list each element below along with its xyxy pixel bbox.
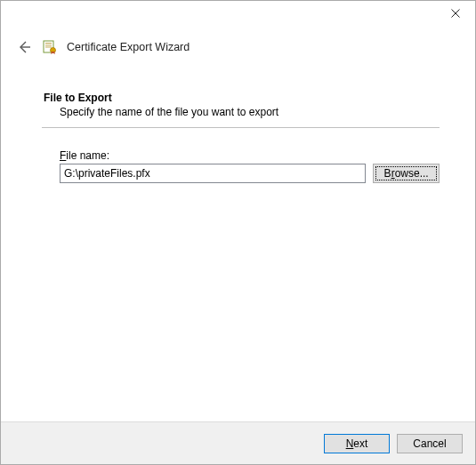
filename-block: File name: Browse... bbox=[60, 149, 440, 183]
wizard-footer: Next Cancel bbox=[1, 421, 475, 464]
filename-label: File name: bbox=[60, 149, 440, 162]
wizard-body: File to Export Specify the name of the f… bbox=[1, 61, 475, 183]
browse-suffix: owse... bbox=[395, 167, 429, 180]
browse-prefix: B bbox=[384, 167, 391, 180]
label-suffix: ile name: bbox=[66, 149, 109, 162]
back-button[interactable] bbox=[15, 38, 33, 56]
close-icon bbox=[451, 9, 460, 18]
browse-button[interactable]: Browse... bbox=[373, 164, 440, 183]
next-suffix: ext bbox=[353, 437, 367, 450]
arrow-left-icon bbox=[17, 40, 31, 54]
step-title: File to Export bbox=[44, 92, 440, 104]
wizard-title: Certificate Export Wizard bbox=[67, 41, 190, 53]
filename-row: Browse... bbox=[60, 164, 440, 183]
svg-rect-4 bbox=[45, 43, 52, 44]
svg-rect-6 bbox=[45, 47, 52, 48]
close-button[interactable] bbox=[435, 1, 475, 26]
cancel-button[interactable]: Cancel bbox=[397, 434, 463, 453]
titlebar bbox=[1, 1, 475, 28]
wizard-header: Certificate Export Wizard bbox=[1, 28, 475, 61]
separator bbox=[42, 127, 440, 128]
svg-rect-5 bbox=[45, 45, 52, 46]
step-description: Specify the name of the file you want to… bbox=[60, 106, 440, 118]
filename-input[interactable] bbox=[60, 164, 366, 183]
next-button[interactable]: Next bbox=[324, 434, 390, 453]
certificate-icon bbox=[42, 39, 58, 55]
